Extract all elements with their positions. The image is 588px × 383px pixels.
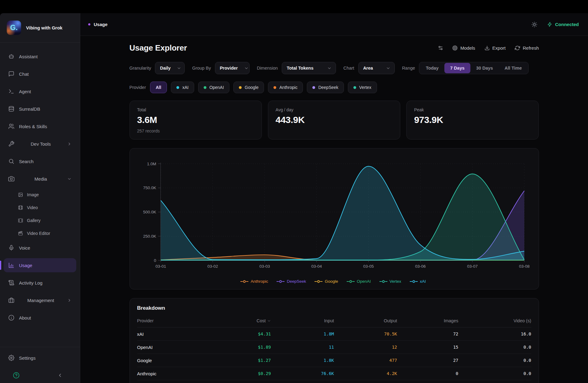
chart-settings-button[interactable] bbox=[438, 45, 443, 51]
provider-chip-openai[interactable]: OpenAI bbox=[198, 82, 229, 93]
col-header-video: Video (s) bbox=[458, 316, 531, 327]
cell-input: 1.8M bbox=[271, 327, 334, 341]
provider-color-dot bbox=[353, 86, 356, 89]
provider-chip-google[interactable]: Google bbox=[233, 82, 264, 93]
refresh-button[interactable]: Refresh bbox=[515, 45, 539, 51]
sidebar-item-settings[interactable]: Settings bbox=[4, 351, 76, 365]
cell-images: 0 bbox=[397, 367, 458, 380]
app-logo-letter: G. bbox=[10, 24, 17, 32]
chevron-down-icon bbox=[386, 66, 390, 71]
sidebar-item-search[interactable]: Search bbox=[4, 154, 76, 168]
sidebar-item-agent[interactable]: Agent bbox=[4, 84, 76, 98]
sidebar-item-voice[interactable]: Voice bbox=[4, 241, 76, 255]
users-icon bbox=[8, 123, 14, 129]
cell-output: 12 bbox=[334, 341, 397, 354]
chart-type-label: Chart bbox=[343, 66, 354, 71]
sidebar-item-image[interactable]: Image bbox=[4, 189, 76, 200]
help-icon[interactable] bbox=[13, 372, 20, 379]
sidebar-item-video[interactable]: Video bbox=[4, 202, 76, 213]
dimension-label: Dimension bbox=[257, 66, 278, 71]
range-option-all-time[interactable]: All Time bbox=[499, 63, 528, 73]
sidebar-item-video-editor[interactable]: Video Editor bbox=[4, 228, 76, 239]
sidebar-item-label: Search bbox=[19, 159, 34, 164]
provider-chip-vertex[interactable]: Vertex bbox=[348, 82, 377, 93]
sidebar-item-media[interactable]: Media bbox=[4, 172, 76, 186]
col-header-cost-sort[interactable]: Cost bbox=[210, 316, 271, 327]
cell-video: 0.0 bbox=[458, 341, 531, 354]
topbar-title: Usage bbox=[94, 22, 107, 27]
stat-value: 3.6M bbox=[137, 115, 254, 125]
sidebar-item-label: Gallery bbox=[27, 218, 40, 223]
usage-area-chart: 0250.0K500.0K750.0K1.0M03-0103-0203-0303… bbox=[135, 155, 532, 278]
chart-legend: AnthropicDeepSeekGoogleOpenAIVertexxAI bbox=[135, 279, 532, 285]
provider-color-dot bbox=[273, 86, 276, 89]
sidebar-item-roles-skills[interactable]: Roles & Skills bbox=[4, 119, 76, 133]
chevron-down-icon bbox=[244, 66, 249, 71]
legend-marker-icon bbox=[347, 280, 355, 283]
sidebar-item-gallery[interactable]: Gallery bbox=[4, 215, 76, 226]
legend-item-vertex[interactable]: Vertex bbox=[379, 279, 401, 284]
legend-item-deepseek[interactable]: DeepSeek bbox=[277, 279, 306, 284]
sidebar-item-usage[interactable]: Usage bbox=[4, 258, 76, 272]
groupby-select[interactable]: Provider bbox=[215, 62, 250, 74]
legend-item-google[interactable]: Google bbox=[315, 279, 338, 284]
range-option-30-days[interactable]: 30 Days bbox=[470, 63, 499, 73]
collapse-sidebar-icon[interactable] bbox=[57, 373, 63, 378]
sidebar-item-chat[interactable]: Chat bbox=[4, 67, 76, 81]
granularity-select[interactable]: Daily bbox=[155, 62, 185, 74]
camera-icon bbox=[8, 176, 14, 182]
chevron-right-icon bbox=[67, 142, 72, 146]
provider-color-dot bbox=[204, 86, 206, 89]
models-button[interactable]: Models bbox=[452, 45, 475, 51]
sidebar-nav: AssistantChatAgentSurrealDBRoles & Skill… bbox=[0, 43, 80, 325]
legend-marker-icon bbox=[379, 280, 387, 283]
sidebar-item-dev-tools[interactable]: Dev Tools bbox=[4, 137, 76, 151]
sidebar-item-activity-log[interactable]: Activity Log bbox=[4, 276, 76, 290]
svg-text:03-03: 03-03 bbox=[259, 264, 270, 269]
svg-text:03-04: 03-04 bbox=[311, 264, 322, 269]
provider-filter-label: Provider bbox=[130, 85, 146, 90]
sidebar-item-about[interactable]: About bbox=[4, 311, 76, 325]
provider-chip-all[interactable]: All bbox=[150, 82, 167, 93]
svg-text:03-07: 03-07 bbox=[467, 264, 478, 269]
sidebar-item-label: SurrealDB bbox=[19, 106, 40, 112]
sidebar-item-label: Roles & Skills bbox=[19, 124, 47, 129]
legend-marker-icon bbox=[240, 280, 248, 283]
cell-cost: $1.89 bbox=[210, 341, 271, 354]
sliders-icon bbox=[438, 45, 443, 51]
stat-value: 443.9K bbox=[276, 115, 393, 125]
provider-chip-deepseek[interactable]: DeepSeek bbox=[307, 82, 344, 93]
granularity-label: Granularity bbox=[130, 66, 151, 71]
provider-chip-anthropic[interactable]: Anthropic bbox=[268, 82, 303, 93]
chevron-down-icon bbox=[67, 177, 72, 181]
chart-type-select[interactable]: Area bbox=[358, 62, 395, 74]
sidebar-item-assistant[interactable]: Assistant bbox=[4, 49, 76, 63]
cell-images: 72 bbox=[397, 327, 458, 341]
theme-toggle-sun-icon[interactable] bbox=[531, 21, 537, 28]
sidebar-item-management[interactable]: Management bbox=[4, 293, 76, 307]
image-icon bbox=[18, 192, 23, 197]
download-icon bbox=[484, 45, 490, 51]
gear-icon bbox=[8, 355, 14, 361]
connection-status-label: Connected bbox=[555, 22, 579, 27]
range-option-today[interactable]: Today bbox=[420, 63, 444, 73]
provider-chip-xai[interactable]: xAI bbox=[171, 82, 194, 93]
stat-card-peak: Peak 973.9K bbox=[406, 101, 539, 140]
legend-item-xai[interactable]: xAI bbox=[410, 279, 426, 284]
legend-item-openai[interactable]: OpenAI bbox=[347, 279, 371, 284]
groupby-label: Group By bbox=[192, 66, 211, 71]
info-icon bbox=[8, 315, 14, 321]
breakdown-row-openai: OpenAI$1.891112150.0 bbox=[137, 341, 531, 354]
sidebar-item-surrealdb[interactable]: SurrealDB bbox=[4, 102, 76, 116]
cell-provider: xAI bbox=[137, 327, 210, 341]
legend-item-anthropic[interactable]: Anthropic bbox=[240, 279, 268, 284]
export-button[interactable]: Export bbox=[484, 45, 506, 51]
cell-video: 0.0 bbox=[458, 367, 531, 380]
stat-value: 973.9K bbox=[414, 115, 531, 125]
range-option-7-days[interactable]: 7 Days bbox=[444, 63, 470, 73]
sidebar-item-label: Image bbox=[27, 192, 39, 197]
usage-area-chart-card: 0250.0K500.0K750.0K1.0M03-0103-0203-0303… bbox=[130, 148, 539, 289]
dimension-select[interactable]: Total Tokens bbox=[282, 62, 336, 74]
cell-input: 76.6K bbox=[271, 367, 334, 380]
range-segmented-control: Today7 Days30 DaysAll Time bbox=[419, 62, 528, 74]
